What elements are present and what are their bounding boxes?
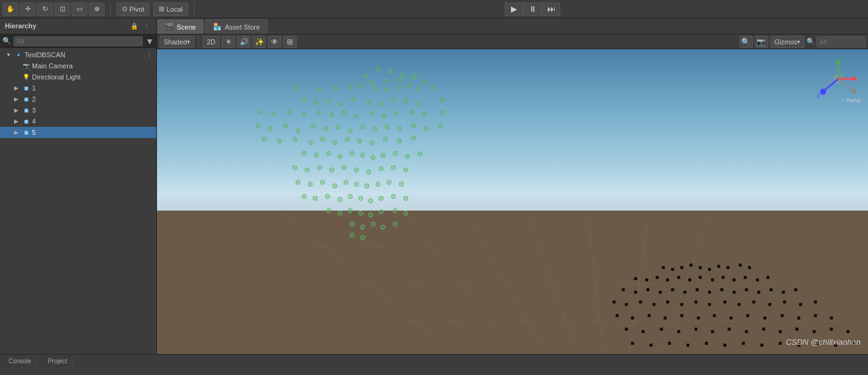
black-point	[721, 276, 725, 279]
arrow-placeholder	[12, 62, 20, 70]
black-point	[645, 278, 648, 281]
tree-item-4[interactable]: ▶ ◼ 4	[0, 116, 156, 127]
hidden-objects-icon[interactable]: 👁	[268, 36, 281, 48]
black-point	[631, 342, 634, 345]
camera-overlay-icon[interactable]: 📷	[755, 36, 768, 48]
green-point	[399, 182, 404, 187]
green-point	[348, 85, 353, 90]
rect-tool-btn[interactable]: ▭	[71, 2, 87, 16]
scene-search-area: 🔍	[806, 36, 866, 47]
scene-search-input[interactable]	[816, 36, 866, 47]
step-btn[interactable]: ⏭	[542, 2, 560, 16]
watermark: CSDN @chillxiaohan	[786, 337, 861, 347]
black-point	[779, 330, 782, 333]
play-btn[interactable]: ▶	[505, 2, 523, 16]
green-point	[379, 196, 384, 201]
gizmos-label: Gizmos	[774, 38, 797, 46]
arrow-icon: ▼	[5, 51, 12, 58]
green-point	[329, 167, 334, 172]
green-point	[380, 225, 385, 230]
green-point	[332, 183, 337, 188]
grid-icon[interactable]: ⊞	[283, 36, 297, 48]
black-point	[830, 328, 833, 331]
hierarchy-lock-icon[interactable]: 🔒	[129, 21, 139, 31]
green-point	[342, 110, 347, 115]
local-label: Local	[166, 6, 182, 13]
green-point	[255, 123, 260, 128]
hand-tool-btn[interactable]: ✋	[2, 2, 18, 16]
green-point	[320, 180, 325, 185]
black-point	[683, 291, 686, 294]
tree-item-directional-light[interactable]: 💡 Directional Light	[0, 71, 156, 83]
svg-line-18	[825, 79, 838, 90]
green-point	[409, 110, 414, 115]
black-point	[742, 342, 745, 345]
tree-item-testdbscan[interactable]: ▼ ● TestDBSCAN ⋮	[0, 49, 156, 60]
shading-mode-btn[interactable]: Shaded	[159, 36, 195, 48]
scale-tool-btn[interactable]: ⊡	[54, 2, 70, 16]
tree-item-3[interactable]: ▶ ◼ 3	[0, 105, 156, 116]
green-point	[348, 194, 353, 199]
green-point	[405, 154, 410, 159]
green-point	[371, 155, 376, 160]
green-point	[292, 85, 297, 90]
hierarchy-add-icon[interactable]: ▼	[145, 36, 154, 46]
arrow-5: ▶	[12, 129, 20, 136]
project-tab[interactable]: Project	[43, 355, 73, 368]
move-tool-btn[interactable]: ✛	[20, 2, 36, 16]
green-point	[385, 79, 390, 84]
local-btn[interactable]: ⊞ Local	[153, 2, 188, 16]
black-point	[711, 330, 714, 333]
multi-tool-btn[interactable]: ⊕	[89, 2, 105, 16]
green-point	[292, 137, 297, 142]
console-tab[interactable]: Console	[4, 355, 37, 368]
tree-item-1[interactable]: ▶ ◼ 1	[0, 83, 156, 94]
green-point	[354, 114, 359, 119]
scene-view[interactable]: Y Z ←Persp CSDN @chillxiaohan	[157, 49, 868, 354]
svg-line-4	[588, 211, 606, 354]
svg-line-6	[649, 211, 711, 354]
green-point	[366, 169, 371, 174]
black-point	[737, 303, 741, 306]
green-point	[372, 86, 377, 91]
item-menu-icon[interactable]: ⋮	[144, 50, 154, 60]
main-content: 🔍 ▼ ▼ ● TestDBSCAN ⋮ 📷 Main Camera 💡	[0, 34, 868, 354]
tree-item-main-camera[interactable]: 📷 Main Camera	[0, 60, 156, 71]
hierarchy-menu-icon[interactable]: ⋮	[142, 21, 151, 31]
tree-item-2[interactable]: ▶ ◼ 2	[0, 94, 156, 105]
black-point	[689, 264, 693, 267]
lighting-icon[interactable]: ☀	[222, 36, 235, 48]
main-camera-label: Main Camera	[32, 62, 73, 70]
scene-search-icon[interactable]: 🔍	[739, 36, 753, 48]
obj4-label: 4	[32, 118, 36, 125]
scene-tab[interactable]: 🎬 Scene	[157, 19, 204, 34]
black-point	[680, 266, 683, 269]
rotate-tool-btn[interactable]: ↻	[37, 2, 53, 16]
black-point	[625, 303, 628, 306]
effects-icon[interactable]: ✨	[252, 36, 266, 48]
2d-btn[interactable]: 2D	[203, 36, 220, 48]
pivot-btn[interactable]: ⊙ Pivot	[116, 2, 150, 16]
black-point	[733, 291, 736, 294]
obj2-label: 2	[32, 95, 36, 103]
black-point	[768, 303, 771, 306]
audio-icon[interactable]: 🔊	[237, 36, 251, 48]
tree-item-5[interactable]: ▶ ◼ 5	[0, 127, 156, 138]
hierarchy-search-input[interactable]	[14, 36, 143, 46]
green-point	[302, 112, 307, 117]
asset-store-tab-label: Asset Store	[225, 23, 260, 31]
green-point	[323, 126, 328, 131]
svg-line-5	[625, 211, 649, 354]
asset-store-tab[interactable]: 🏪 Asset Store	[205, 19, 268, 34]
separator-2	[194, 3, 195, 15]
2d-label: 2D	[207, 38, 215, 46]
hierarchy-tab[interactable]: Hierarchy	[5, 22, 36, 30]
pause-btn[interactable]: ⏸	[523, 2, 542, 16]
green-point	[295, 180, 300, 185]
black-point	[699, 276, 702, 279]
black-point	[664, 317, 667, 320]
black-point	[686, 344, 689, 347]
scene-panel: Shaded 2D ☀ 🔊 ✨ 👁 ⊞ 🔍 📷 Gizmos 🔍	[157, 34, 868, 354]
arrow-3: ▶	[12, 107, 20, 114]
gizmos-btn[interactable]: Gizmos	[770, 36, 805, 48]
